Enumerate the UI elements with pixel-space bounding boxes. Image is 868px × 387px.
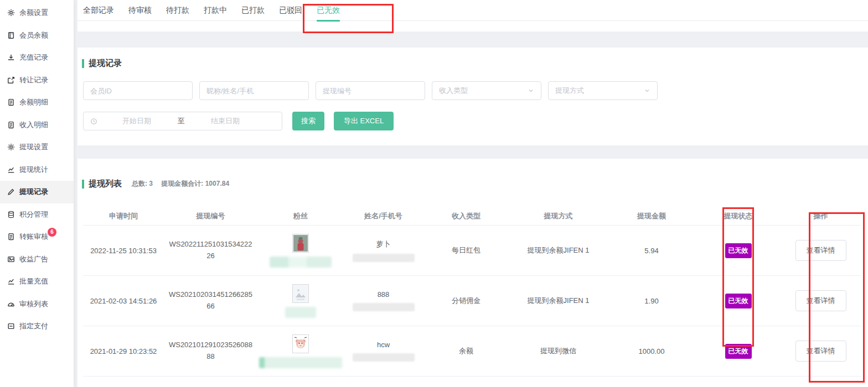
tab-invalid[interactable]: 已无效: [316, 0, 341, 20]
withdraw-method-placeholder: 提现方式: [555, 86, 584, 96]
member-id-input[interactable]: [83, 81, 193, 100]
search-button[interactable]: 搜索: [292, 112, 324, 130]
end-date-placeholder: 结束日期: [189, 116, 261, 126]
tab-paid[interactable]: 已打款: [240, 0, 266, 20]
chevron-down-icon: [528, 87, 534, 94]
sidebar-item-label: 转账审核: [19, 232, 48, 242]
sidebar-item-designated-payment[interactable]: 指定支付: [0, 315, 74, 338]
status-badge: 已无效: [725, 243, 752, 258]
sidebar-item-label: 审核列表: [19, 299, 48, 309]
status-badge: 已无效: [725, 294, 752, 308]
gear-icon: [7, 143, 16, 151]
name-phone-cell: 888: [344, 290, 423, 311]
sidebar-item-withdraw-stats[interactable]: 提现统计: [0, 159, 74, 181]
export-excel-button[interactable]: 导出 EXCEL: [334, 112, 394, 130]
document-icon: [7, 98, 16, 106]
search-section-title: 提现记录: [82, 58, 122, 69]
column-header-fan: 粉丝: [257, 211, 344, 221]
sidebar: 余额设置 会员余额 充值记录 转让记录 余额明细 收入明细 提现设置 提现统计 …: [0, 0, 74, 387]
income-type-select[interactable]: 收入类型: [432, 81, 541, 100]
download-icon: [7, 54, 16, 61]
withdraw-records-search-panel: 提现记录 收入类型 提现方式 开始日期 至 结束日期 搜索 导出 EXCEL: [78, 48, 868, 145]
sidebar-item-label: 积分管理: [19, 210, 48, 219]
action-cell: 查看详情: [781, 341, 861, 362]
sidebar-item-revenue-ads[interactable]: 收益广告: [0, 248, 74, 271]
column-header-withdraw-method: 提现方式: [509, 211, 607, 221]
fan-avatar[interactable]: [292, 234, 309, 253]
income-type-placeholder: 收入类型: [439, 86, 468, 96]
sidebar-item-label: 余额明细: [19, 97, 48, 107]
income-type-cell: 分销佣金: [423, 296, 509, 306]
sidebar-item-balance-detail[interactable]: 余额明细: [0, 91, 74, 114]
sidebar-item-income-detail[interactable]: 收入明细: [0, 114, 74, 137]
sidebar-item-points-management[interactable]: 积分管理: [0, 203, 74, 226]
tab-pending-review[interactable]: 待审核: [127, 0, 153, 20]
sidebar-item-label: 批量充值: [19, 276, 48, 286]
sidebar-item-label: 会员余额: [19, 30, 48, 40]
withdraw-amount-cell: 1.90: [607, 297, 696, 305]
section-title-text: 提现列表: [89, 179, 122, 189]
fan-name: 888: [378, 290, 390, 299]
column-header-action: 操作: [781, 211, 861, 221]
withdraw-code-cell: WS20221125103153422226: [164, 239, 257, 262]
status-badge: 已无效: [725, 344, 752, 359]
masked-nickname: [285, 307, 316, 318]
withdraw-status-cell: 已无效: [696, 243, 781, 258]
fan-avatar[interactable]: [292, 284, 309, 303]
sidebar-item-label: 提现统计: [19, 165, 48, 175]
view-detail-button[interactable]: 查看详情: [795, 341, 846, 362]
sidebar-item-label: 提现记录: [19, 187, 48, 197]
date-range-separator: 至: [173, 116, 189, 126]
start-date-placeholder: 开始日期: [101, 116, 173, 126]
column-header-name-phone: 姓名/手机号: [344, 211, 423, 221]
book-icon: [7, 32, 16, 39]
sidebar-item-review-list[interactable]: 审核列表: [0, 293, 74, 316]
sidebar-item-withdraw-settings[interactable]: 提现设置: [0, 136, 74, 159]
line-chart-icon: [7, 278, 16, 285]
sidebar-item-transfer-review[interactable]: 转账审核 6: [0, 226, 74, 248]
sidebar-item-recharge-records[interactable]: 充值记录: [0, 46, 74, 69]
list-section-title: 提现列表 总数: 3 提现金额合计: 1007.84: [82, 179, 229, 189]
sidebar-item-withdraw-records[interactable]: 提现记录: [0, 181, 74, 203]
view-detail-button[interactable]: 查看详情: [795, 290, 846, 311]
sidebar-item-label: 提现设置: [19, 142, 48, 152]
tab-rejected[interactable]: 已驳回: [278, 0, 303, 20]
fan-avatar[interactable]: [292, 334, 309, 353]
sidebar-item-label: 转让记录: [19, 75, 48, 85]
pencil-icon: [7, 188, 16, 196]
tab-all-records[interactable]: 全部记录: [82, 0, 115, 20]
sidebar-item-batch-recharge[interactable]: 批量充值: [0, 270, 74, 293]
view-detail-button[interactable]: 查看详情: [795, 240, 846, 261]
action-cell: 查看详情: [781, 290, 861, 311]
nickname-input[interactable]: [199, 81, 309, 100]
withdraw-code-cell: WS20210203145126628566: [164, 289, 257, 312]
apply-time-cell: 2022-11-25 10:31:53: [83, 247, 164, 255]
fan-cell: [257, 334, 344, 368]
sidebar-item-transfer-records[interactable]: 转让记录: [0, 69, 74, 92]
withdraw-list-panel: 提现列表 总数: 3 提现金额合计: 1007.84 申请时间 提现编号 粉丝 …: [78, 159, 868, 387]
column-header-apply-time: 申请时间: [83, 211, 164, 221]
tab-paying[interactable]: 打款中: [203, 0, 228, 20]
withdraw-method-cell: 提现到余额JIFEN 1: [509, 245, 607, 255]
image-icon: [7, 255, 16, 263]
fan-cell: [257, 284, 344, 318]
withdraw-method-select[interactable]: 提现方式: [548, 81, 658, 100]
sidebar-item-label: 充值记录: [19, 53, 48, 62]
tab-pending-payment[interactable]: 待打款: [165, 0, 190, 20]
section-title-text: 提现记录: [89, 58, 122, 69]
sidebar-item-balance-settings[interactable]: 余额设置: [0, 2, 74, 24]
sidebar-item-label: 余额设置: [19, 8, 48, 18]
gear-icon: [7, 9, 16, 17]
tabs-row: 全部记录 待审核 待打款 打款中 已打款 已驳回 已无效: [78, 0, 868, 21]
withdraw-amount-cell: 1000.00: [607, 347, 696, 355]
column-header-income-type: 收入类型: [423, 211, 509, 221]
withdraw-status-cell: 已无效: [696, 344, 781, 359]
withdraw-code-input[interactable]: [316, 81, 425, 100]
withdraw-method-cell: 提现到微信: [509, 346, 607, 356]
fan-name: hcw: [377, 341, 390, 349]
date-range-picker[interactable]: 开始日期 至 结束日期: [83, 112, 282, 130]
sidebar-item-member-balance[interactable]: 会员余额: [0, 24, 74, 47]
status-tab-bar: 全部记录 待审核 待打款 打款中 已打款 已驳回 已无效: [78, 0, 868, 32]
column-header-withdraw-amount: 提现金额: [607, 211, 696, 221]
action-cell: 查看详情: [781, 240, 861, 261]
